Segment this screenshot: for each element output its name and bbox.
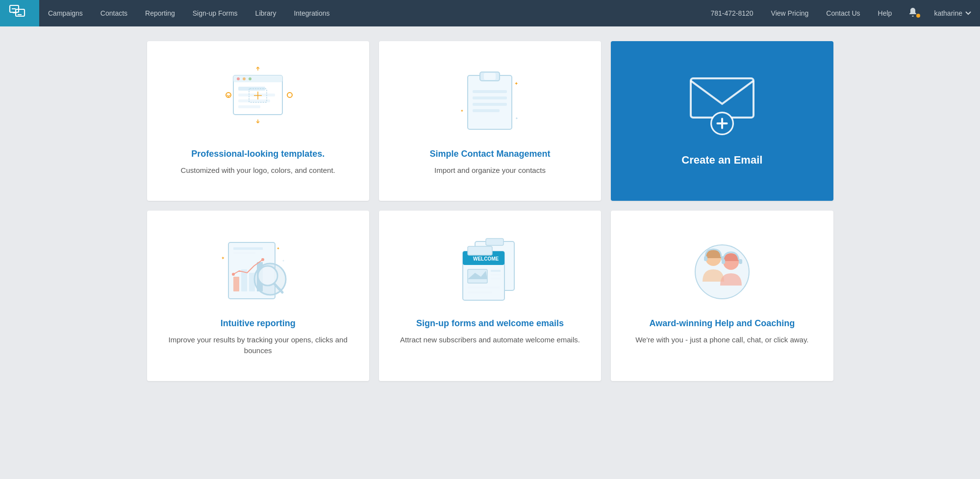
svg-point-6	[243, 77, 246, 80]
card-contacts: ✦ ✦ ✦ Simple Contact Management Import a…	[379, 41, 601, 201]
svg-point-33	[261, 258, 264, 261]
svg-text:✦: ✦	[514, 81, 518, 86]
nav-integrations[interactable]: Integrations	[285, 0, 338, 26]
help-desc: We're with you - just a phone call, chat…	[635, 335, 808, 346]
nav-reporting[interactable]: Reporting	[136, 0, 184, 26]
svg-rect-28	[233, 277, 239, 291]
svg-rect-15	[468, 75, 512, 129]
svg-text:✦: ✦	[460, 109, 464, 113]
card-reporting: ✦ ✦ + Intuitive reporting Improve your r…	[147, 211, 369, 381]
templates-desc: Customized with your logo, colors, and c…	[181, 165, 335, 176]
svg-text:+: +	[282, 259, 284, 263]
reporting-desc: Improve your results by tracking your op…	[162, 335, 354, 357]
svg-rect-51	[491, 278, 501, 280]
contacts-icon: ✦ ✦ ✦	[451, 61, 529, 139]
svg-point-7	[249, 77, 251, 80]
svg-rect-45	[468, 246, 492, 255]
help-link[interactable]: Help	[869, 9, 901, 17]
phone-number: 781-472-8120	[702, 9, 762, 17]
create-email-icon	[683, 61, 761, 139]
user-menu[interactable]: katharine	[925, 9, 980, 17]
svg-rect-19	[473, 96, 507, 99]
card-create-email[interactable]: Create an Email	[611, 41, 833, 201]
svg-point-48	[476, 270, 479, 274]
svg-rect-18	[473, 90, 507, 93]
svg-rect-20	[473, 103, 507, 106]
create-email-title: Create an Email	[681, 154, 762, 167]
svg-text:✦: ✦	[515, 117, 518, 120]
svg-text:✦: ✦	[276, 246, 280, 251]
reporting-icon: ✦ ✦ +	[219, 230, 297, 309]
svg-rect-60	[722, 259, 725, 264]
help-title: Award-winning Help and Coaching	[649, 318, 795, 329]
svg-rect-50	[491, 274, 501, 276]
help-icon	[683, 230, 761, 309]
logo[interactable]	[0, 0, 39, 26]
nav-contacts[interactable]: Contacts	[92, 0, 136, 26]
templates-title: Professional-looking templates.	[191, 149, 325, 159]
svg-rect-10	[238, 99, 270, 102]
svg-rect-37	[233, 252, 255, 254]
template-icon	[219, 61, 297, 139]
svg-rect-52	[468, 287, 500, 288]
reporting-title: Intuitive reporting	[221, 318, 296, 329]
svg-rect-53	[468, 291, 492, 293]
svg-point-13	[287, 93, 292, 97]
contacts-mgmt-title: Simple Contact Management	[429, 149, 550, 159]
main-nav: Campaigns Contacts Reporting Sign-up For…	[0, 0, 980, 26]
nav-campaigns[interactable]: Campaigns	[39, 0, 92, 26]
svg-rect-57	[704, 256, 707, 261]
svg-rect-4	[233, 75, 282, 82]
signup-icon: WELCOME	[451, 230, 529, 309]
svg-rect-42	[486, 239, 503, 245]
svg-rect-17	[484, 73, 496, 80]
cards-grid: Professional-looking templates. Customiz…	[147, 41, 833, 381]
svg-rect-49	[491, 270, 501, 272]
notification-dot	[916, 14, 920, 18]
svg-point-32	[232, 273, 235, 276]
svg-rect-21	[473, 109, 500, 112]
svg-point-35	[258, 266, 277, 286]
svg-point-5	[237, 77, 240, 80]
contact-us-link[interactable]: Contact Us	[817, 9, 869, 17]
card-templates: Professional-looking templates. Customiz…	[147, 41, 369, 201]
signup-forms-desc: Attract new subscribers and automate wel…	[400, 335, 580, 346]
view-pricing-link[interactable]: View Pricing	[762, 9, 818, 17]
nav-signup-forms[interactable]: Sign-up Forms	[184, 0, 247, 26]
svg-rect-11	[238, 105, 260, 108]
nav-right: 781-472-8120 View Pricing Contact Us Hel…	[702, 0, 980, 26]
nav-library[interactable]: Library	[247, 0, 285, 26]
svg-rect-9	[238, 94, 275, 96]
svg-text:WELCOME: WELCOME	[473, 256, 499, 262]
contacts-mgmt-desc: Import and organize your contacts	[434, 165, 546, 176]
svg-rect-61	[739, 259, 742, 264]
username-label: katharine	[934, 9, 962, 17]
svg-text:✦: ✦	[221, 256, 225, 261]
signup-forms-title: Sign-up forms and welcome emails	[416, 318, 564, 329]
nav-links: Campaigns Contacts Reporting Sign-up For…	[39, 0, 702, 26]
main-content: Professional-looking templates. Customiz…	[0, 26, 980, 396]
notifications-bell[interactable]	[901, 7, 925, 20]
svg-rect-36	[233, 247, 263, 250]
card-signup-forms: WELCOME Sign-up forms and welcome emails…	[379, 211, 601, 381]
card-help: Award-winning Help and Coaching We're wi…	[611, 211, 833, 381]
